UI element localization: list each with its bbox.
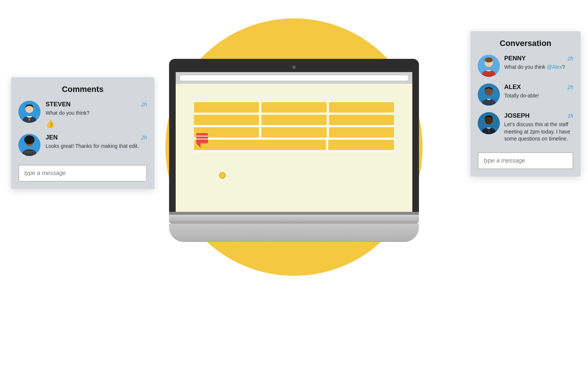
commenter-name-jen: JEN: [46, 134, 58, 141]
avatar-joseph: [478, 112, 500, 134]
comments-panel: Comments STEVEN 2h Wha: [11, 77, 154, 189]
laptop-camera: [292, 65, 296, 69]
comments-title: Comments: [18, 85, 147, 94]
comment-text-alex: Totally do-able!: [504, 92, 573, 100]
comment-time-alex: 2h: [567, 84, 573, 90]
avatar-penny: [478, 55, 500, 77]
svg-point-13: [485, 57, 493, 63]
comment-header-penny: PENNY 2h: [504, 55, 573, 62]
cell: [194, 140, 326, 150]
comment-text-jen: Looks great! Thanks for making that edit…: [46, 143, 147, 150]
comment-item-steven: STEVEN 2h What do you think? 👍: [18, 101, 147, 128]
laptop-hinge: [169, 212, 419, 215]
avatar-steven: [18, 101, 40, 123]
laptop-base: [169, 215, 419, 224]
laptop: [169, 59, 419, 242]
comment-body-alex: ALEX 2h Totally do-able!: [504, 83, 573, 100]
comment-body-joseph: JOSEPH 1h Let's discuss this at the staf…: [504, 112, 573, 143]
commenter-name-alex: ALEX: [504, 83, 521, 91]
comment-header-alex: ALEX 2h: [504, 83, 573, 91]
convo-item-joseph: JOSEPH 1h Let's discuss this at the staf…: [478, 112, 573, 143]
conversation-message-input[interactable]: [478, 152, 573, 169]
comment-header: STEVEN 2h: [46, 101, 147, 108]
screen-content: [176, 84, 412, 212]
conversation-title: Conversation: [478, 39, 573, 48]
cell: [329, 127, 394, 138]
comment-time-penny: 2h: [567, 56, 573, 61]
convo-item-penny: PENNY 2h What do you think @Alex?: [478, 55, 573, 77]
comment-text-steven: What do you think?: [46, 110, 147, 117]
svg-rect-1: [196, 133, 208, 143]
comment-time-jen: 2h: [141, 135, 147, 140]
mention-alex: @Alex: [547, 64, 562, 70]
comment-text-joseph: Let's discuss this at the staff meeting …: [504, 121, 573, 143]
cell: [194, 102, 259, 113]
comment-pin-icon: [195, 132, 212, 153]
cell: [328, 140, 394, 150]
cell: [194, 115, 259, 125]
comment-header-jen: JEN 2h: [46, 134, 147, 141]
cell: [261, 127, 326, 138]
selection-dot: [219, 172, 226, 179]
comment-time-steven: 2h: [141, 102, 147, 107]
screen-toolbar: [176, 72, 412, 84]
commenter-name-steven: STEVEN: [46, 101, 71, 108]
avatar-jen: [18, 134, 40, 156]
comment-body-penny: PENNY 2h What do you think @Alex?: [504, 55, 573, 71]
cell: [329, 115, 394, 125]
like-icon[interactable]: 👍: [46, 119, 147, 128]
laptop-bezel: [169, 59, 419, 212]
comment-text-penny: What do you think @Alex?: [504, 64, 573, 71]
toolbar-bar: [180, 75, 408, 81]
laptop-bottom: [169, 224, 419, 242]
comment-time-joseph: 1h: [567, 113, 573, 119]
conversation-panel: Conversation PENNY 2h What do you thin: [470, 31, 581, 177]
cell: [261, 115, 326, 125]
commenter-name-penny: PENNY: [504, 55, 526, 62]
svg-marker-4: [196, 143, 201, 148]
laptop-screen: [176, 72, 412, 212]
comment-header-joseph: JOSEPH 1h: [504, 112, 573, 120]
comment-body-steven: STEVEN 2h What do you think? 👍: [46, 101, 147, 128]
cell: [261, 102, 326, 113]
comments-message-input[interactable]: [18, 165, 147, 182]
avatar-alex: [478, 83, 500, 106]
commenter-name-joseph: JOSEPH: [504, 112, 530, 120]
cell: [329, 102, 394, 113]
svg-point-10: [24, 135, 35, 144]
comment-item-jen: JEN 2h Looks great! Thanks for making th…: [18, 134, 147, 156]
comment-body-jen: JEN 2h Looks great! Thanks for making th…: [46, 134, 147, 150]
spreadsheet: [194, 102, 394, 152]
convo-item-alex: ALEX 2h Totally do-able!: [478, 83, 573, 106]
